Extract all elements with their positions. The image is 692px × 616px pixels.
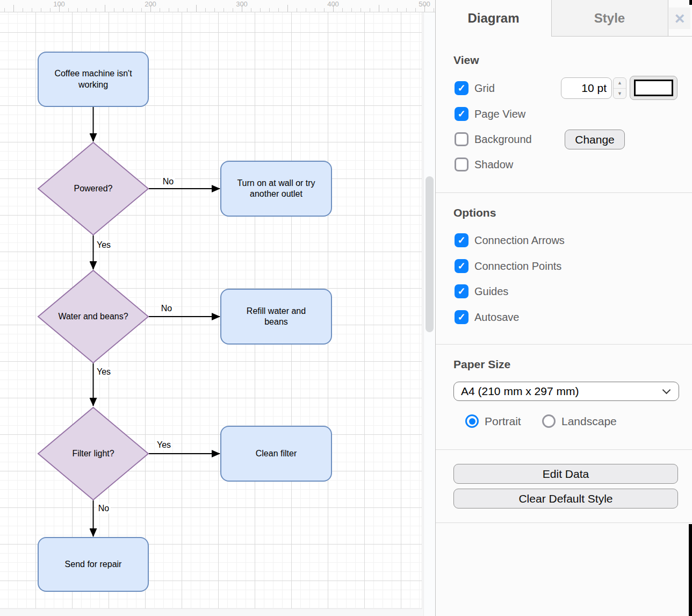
section-divider bbox=[436, 192, 692, 193]
checkmark-icon: ✓ bbox=[457, 312, 465, 322]
connection-points-label: Connection Points bbox=[474, 259, 561, 273]
tab-style[interactable]: Style bbox=[551, 0, 668, 37]
view-heading: View bbox=[453, 54, 479, 67]
edge-label-powered-no[interactable]: No bbox=[161, 177, 175, 187]
portrait-label: Portrait bbox=[485, 414, 521, 428]
section-divider bbox=[436, 344, 692, 345]
background-label: Background bbox=[474, 132, 532, 146]
canvas-pane: Coffee machine isn't working Powered? Tu… bbox=[0, 0, 435, 616]
grid-size-stepper[interactable]: ▲ ▼ bbox=[613, 77, 626, 99]
checkmark-icon: ✓ bbox=[457, 261, 465, 271]
grid-size-input[interactable] bbox=[561, 77, 612, 99]
connection-arrows-label: Connection Arrows bbox=[474, 233, 565, 247]
edge-label-filter-yes[interactable]: Yes bbox=[155, 440, 172, 450]
grid-checkbox[interactable]: ✓ bbox=[455, 81, 468, 95]
canvas-vertical-scrollbar-track[interactable] bbox=[423, 12, 435, 616]
stepper-up-icon[interactable]: ▲ bbox=[614, 78, 626, 89]
edge-label-filter-no[interactable]: No bbox=[97, 504, 111, 513]
checkmark-icon: ✓ bbox=[457, 235, 465, 245]
node-filter-label: Filter light? bbox=[38, 407, 148, 500]
edge-label-powered-yes[interactable]: Yes bbox=[95, 240, 112, 250]
format-panel: Diagram Style × View ✓ Grid ▲ ▼ ✓ Page V… bbox=[435, 0, 692, 616]
clear-default-style-button[interactable]: Clear Default Style bbox=[453, 489, 678, 508]
node-refill-label: Refill water and beans bbox=[221, 289, 331, 344]
portrait-radio[interactable] bbox=[465, 414, 479, 428]
panel-scrollbar-fragment[interactable] bbox=[689, 0, 692, 5]
node-water-label: Water and beans? bbox=[35, 270, 151, 363]
paper-size-select[interactable]: A4 (210 mm x 297 mm) bbox=[453, 382, 679, 401]
options-heading: Options bbox=[453, 206, 496, 219]
node-outlet-label: Turn on at wall or try another outlet bbox=[221, 161, 331, 216]
panel-scrollbar-thumb[interactable] bbox=[689, 524, 692, 616]
guides-label: Guides bbox=[474, 284, 508, 298]
edge-label-water-no[interactable]: No bbox=[160, 304, 174, 313]
grid-color-value bbox=[634, 80, 673, 96]
grid-label: Grid bbox=[474, 81, 495, 95]
landscape-radio[interactable] bbox=[542, 414, 556, 428]
shadow-checkbox[interactable] bbox=[455, 157, 468, 171]
checkmark-icon: ✓ bbox=[457, 109, 465, 119]
tabbar-underline bbox=[551, 36, 692, 37]
landscape-label: Landscape bbox=[561, 414, 617, 428]
ruler-label: 100 bbox=[53, 0, 65, 8]
canvas-vertical-scrollbar-thumb[interactable] bbox=[426, 176, 434, 332]
node-repair-label: Send for repair bbox=[38, 538, 148, 591]
tab-diagram[interactable]: Diagram bbox=[436, 0, 551, 37]
ruler-label: 200 bbox=[145, 0, 156, 8]
ruler-label: 500 bbox=[419, 0, 430, 8]
drawio-app: Coffee machine isn't working Powered? Tu… bbox=[0, 0, 692, 616]
checkmark-icon: ✓ bbox=[457, 83, 465, 93]
node-start-label: Coffee machine isn't working bbox=[38, 52, 148, 106]
guides-checkbox[interactable]: ✓ bbox=[455, 284, 468, 298]
paper-size-heading: Paper Size bbox=[453, 358, 510, 371]
ruler-label: 300 bbox=[236, 0, 248, 8]
node-powered-label: Powered? bbox=[38, 142, 148, 235]
panel-tabbar: Diagram Style × bbox=[436, 0, 692, 37]
background-checkbox[interactable] bbox=[455, 132, 468, 146]
edit-data-button[interactable]: Edit Data bbox=[453, 464, 678, 484]
grid-color-swatch[interactable] bbox=[630, 76, 677, 100]
section-divider bbox=[436, 522, 692, 523]
page-view-checkbox[interactable]: ✓ bbox=[455, 107, 468, 121]
edge-label-water-yes[interactable]: Yes bbox=[95, 367, 112, 377]
tab-separator bbox=[668, 0, 668, 37]
ruler-label: 400 bbox=[327, 0, 339, 8]
close-icon[interactable]: × bbox=[669, 8, 690, 29]
change-background-button[interactable]: Change bbox=[565, 130, 625, 149]
connection-points-checkbox[interactable]: ✓ bbox=[455, 259, 468, 273]
chevron-down-icon bbox=[662, 386, 671, 395]
connection-arrows-checkbox[interactable]: ✓ bbox=[455, 233, 468, 247]
page-view-label: Page View bbox=[474, 107, 525, 121]
section-divider bbox=[436, 449, 692, 450]
autosave-label: Autosave bbox=[474, 310, 519, 324]
node-clean-label: Clean filter bbox=[221, 426, 331, 481]
stepper-down-icon[interactable]: ▼ bbox=[614, 89, 626, 99]
ruler-major-ticks bbox=[0, 5, 435, 12]
checkmark-icon: ✓ bbox=[457, 286, 465, 296]
paper-size-value: A4 (210 mm x 297 mm) bbox=[461, 385, 579, 398]
horizontal-ruler: 100 200 300 400 500 bbox=[0, 0, 435, 12]
shadow-label: Shadow bbox=[474, 157, 513, 171]
autosave-checkbox[interactable]: ✓ bbox=[455, 310, 468, 324]
tab-separator bbox=[551, 0, 552, 37]
